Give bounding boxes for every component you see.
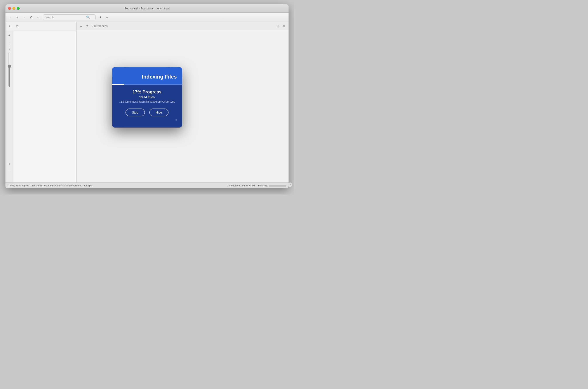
stop-button[interactable]: Stop — [125, 108, 145, 116]
files-count: 13/74 Files — [117, 96, 177, 99]
home-button[interactable]: ⌂ — [35, 14, 41, 20]
progress-percent: 17% Progress — [117, 90, 177, 95]
indexing-progress-bar — [269, 185, 286, 187]
side-number: 5 — [8, 47, 10, 50]
hide-button[interactable]: Hide — [149, 108, 169, 116]
traffic-lights — [8, 7, 20, 10]
progress-bar-fill — [112, 84, 124, 85]
maximize-button[interactable] — [17, 7, 20, 10]
indexing-dialog: Indexing Files 17% Progress 13/74 Files … — [112, 67, 182, 128]
titlebar: Sourcetrail - Sourcetrail_gui.srctrlprj — [5, 4, 288, 13]
side-share-button[interactable]: ⋮ — [6, 40, 12, 46]
left-toolbar: ⊔ □ — [5, 22, 76, 31]
statusbar: [17/74] Indexing file: /Users/ebsi/Docum… — [5, 182, 288, 188]
forward-button[interactable]: › — [21, 14, 27, 20]
search-input[interactable] — [45, 16, 86, 19]
refresh-button[interactable]: ↺ — [28, 14, 34, 20]
dialog-header: Indexing Files — [112, 67, 182, 85]
dialog-body: 17% Progress 13/74 Files ...Documents/Co… — [112, 85, 182, 128]
search-button[interactable]: 🔍 — [86, 16, 90, 19]
zoom-controls: + − — [5, 161, 13, 175]
right-toolbar-actions: ⊟ ⊠ — [276, 24, 286, 29]
main-toolbar: ‹ ≡ › ↺ ⌂ 🔍 ★ ≣ — [5, 13, 288, 22]
window-title: Sourcetrail - Sourcetrail_gui.srctrlprj — [124, 7, 170, 10]
minimize-button[interactable] — [12, 7, 15, 10]
indexing-label: Indexing: — [257, 184, 286, 187]
save-file-button[interactable]: ⊟ — [276, 24, 280, 29]
back-button[interactable]: ‹ — [7, 14, 13, 20]
bookmark-button[interactable]: ★ — [97, 14, 103, 20]
zoom-out-button[interactable]: − — [6, 167, 12, 173]
progress-bar-strip — [112, 84, 182, 85]
left-panel: ⊔ □ ⊕ ⋮ 5 + − — [5, 22, 77, 182]
zoom-slider[interactable] — [7, 52, 11, 87]
corner-dots: ⠿ — [117, 119, 177, 121]
main-area: ⊔ □ ⊕ ⋮ 5 + − — [5, 22, 288, 182]
left-content: ⊕ ⋮ 5 + − — [5, 31, 76, 182]
statusbar-right: Connected to SublimeText Indexing: — [227, 184, 286, 187]
export-button[interactable]: ⊠ — [281, 24, 286, 29]
list-button[interactable]: ≡ — [14, 14, 20, 20]
right-panel: ▲ ▼ 0 references ⊟ ⊠ ? — [77, 22, 288, 182]
zoom-in-button[interactable]: + — [6, 161, 12, 167]
side-zoom-button[interactable]: ⊕ — [6, 32, 12, 38]
ref-down-button[interactable]: ▼ — [85, 24, 90, 29]
ref-up-button[interactable]: ▲ — [79, 24, 84, 29]
connected-label: Connected to SublimeText — [227, 184, 255, 187]
side-controls: ⊕ ⋮ 5 — [5, 31, 13, 182]
right-toolbar: ▲ ▼ 0 references ⊟ ⊠ — [77, 22, 288, 30]
current-file: ...Documents/Coati/src/lib/data/graph/Gr… — [117, 100, 177, 103]
history-button[interactable]: ≣ — [104, 14, 110, 20]
right-content: ? — [77, 30, 288, 182]
file-button[interactable]: □ — [14, 23, 20, 29]
dialog-title: Indexing Files — [117, 74, 177, 80]
main-window: Sourcetrail - Sourcetrail_gui.srctrlprj … — [5, 4, 288, 188]
search-container: 🔍 — [43, 14, 96, 20]
dialog-buttons: Stop Hide — [117, 108, 177, 116]
close-button[interactable] — [8, 7, 11, 10]
reference-count: 0 references — [92, 24, 108, 28]
expand-button[interactable]: ⊔ — [7, 23, 13, 29]
statusbar-message: [17/74] Indexing file: /Users/ebsi/Docum… — [8, 184, 92, 187]
